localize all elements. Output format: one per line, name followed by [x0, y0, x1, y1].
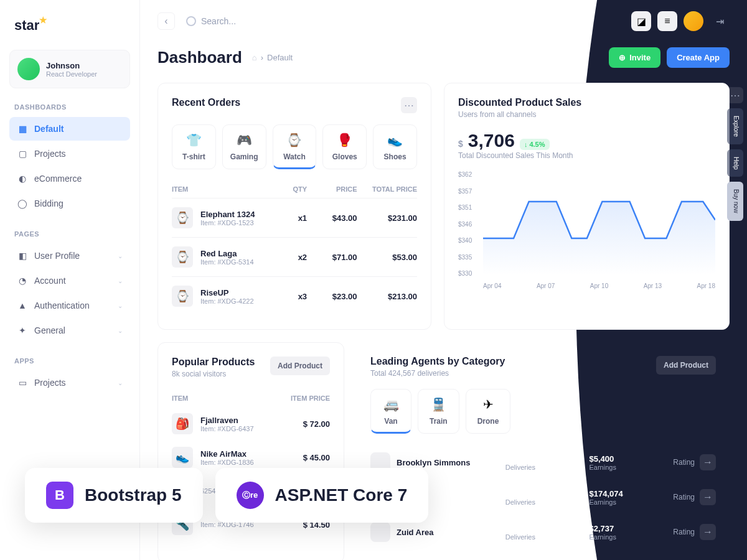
pie-icon: ◔ [17, 275, 28, 286]
watch-icon: ⌚ [286, 131, 303, 149]
aspnet-icon: Ⓒre [237, 482, 264, 509]
tab-van[interactable]: 🚐Van [370, 389, 411, 434]
aspnet-badge: Ⓒre ASP.NET Core 7 [215, 468, 429, 523]
invite-button[interactable]: ⊕Invite [609, 47, 660, 68]
gloves-icon: 🥊 [336, 131, 354, 149]
nav-user-profile[interactable]: ◧User Profile⌄ [9, 244, 130, 268]
arrow-button[interactable]: → [700, 524, 716, 540]
drone-icon: ✈ [479, 396, 497, 413]
table-row[interactable]: ⌚Elephant 1324Item: #XDG-1523 x1$43.00$2… [172, 198, 417, 237]
home-icon: ⌂ [252, 53, 257, 62]
plus-icon: ⊕ [619, 53, 626, 62]
bootstrap-badge: B Bootstrap 5 [25, 468, 203, 523]
chevron-down-icon: ⌄ [118, 302, 123, 309]
arrow-button[interactable]: → [700, 489, 716, 505]
product-thumb: 🎒 [172, 413, 193, 434]
breadcrumb: ⌂ › Default [252, 53, 293, 62]
bootstrap-label: Bootstrap 5 [85, 485, 182, 505]
col-item: ITEM [172, 394, 291, 402]
star-icon: ★ [39, 15, 47, 25]
arrow-button[interactable]: → [700, 454, 716, 470]
nav-general[interactable]: ✦General⌄ [9, 319, 130, 342]
card-title: Leading Agents by Category [370, 356, 505, 367]
sales-card: Discounted Product Sales Users from all … [444, 83, 730, 330]
tshirt-icon: 👕 [185, 131, 202, 149]
sales-value: 3,706 [468, 130, 515, 151]
add-product-button[interactable]: Add Product [656, 356, 716, 375]
add-product-button[interactable]: Add Product [270, 357, 330, 375]
table-row[interactable]: ⌚RiseUPItem: #XDG-4222 x3$23.00$213.00 [172, 276, 417, 315]
back-button[interactable]: ‹ [157, 12, 175, 30]
product-thumb: ⌚ [172, 286, 193, 307]
shoes-icon: 👟 [387, 131, 404, 149]
grid-icon: ▦ [17, 123, 28, 134]
table-row[interactable]: ⌚Red LagaItem: #XDG-5314 x2$71.00$53.00 [172, 237, 417, 276]
chevron-down-icon: ⌄ [118, 278, 123, 284]
user-role: React Developer [46, 70, 97, 78]
list-item[interactable]: 🎒 FjallravenItem: #XDG-6437 $ 72.00 [172, 407, 330, 441]
search-icon [186, 16, 196, 26]
chart-icon[interactable]: ◪ [631, 11, 651, 31]
card-title: Recent Orders [172, 97, 240, 108]
sales-chart: $362$357$351$346$340$335$330 Apr 04Apr 0… [458, 171, 715, 289]
aspnet-label: ASP.NET Core 7 [275, 485, 408, 505]
tab-shoes[interactable]: 👟Shoes [373, 124, 417, 169]
nav-account[interactable]: ◔Account⌄ [9, 269, 130, 292]
user-icon: ◧ [17, 250, 28, 261]
user-card[interactable]: Johnson React Developer [9, 50, 130, 88]
filter-icon[interactable]: ≡ [657, 11, 677, 31]
bootstrap-icon: B [46, 482, 73, 509]
nav-ecommerce[interactable]: ◐eCommerce [9, 167, 130, 190]
topbar: ‹ Search... ◪ ≡ ⇥ [140, 0, 747, 42]
logout-icon[interactable]: ⇥ [710, 11, 730, 31]
product-thumb: ⌚ [172, 207, 193, 228]
side-rail: ⋯ Explore Help Buy now [727, 87, 743, 221]
section-apps: APPS [14, 357, 125, 365]
product-thumb: 👟 [172, 447, 193, 468]
page-title: Dashboard [157, 48, 242, 67]
person-icon: ▲ [17, 300, 28, 311]
col-item: ITEM [172, 185, 272, 193]
change-badge: ↓ 4.5% [520, 139, 550, 150]
more-button[interactable]: ⋯ [401, 97, 417, 113]
tab-train[interactable]: 🚆Train [418, 389, 459, 434]
user-name: Johnson [46, 61, 97, 70]
search-input[interactable]: Search... [186, 16, 236, 26]
cart-icon: ◐ [17, 173, 28, 184]
nav-apps-projects[interactable]: ▭Projects⌄ [9, 371, 130, 394]
create-app-button[interactable]: Create App [667, 47, 730, 68]
buy-now-button[interactable]: Buy now [727, 182, 743, 220]
chevron-down-icon: ⌄ [118, 327, 123, 334]
col-qty: QTY [272, 185, 307, 193]
card-subtitle: Users from all channels [458, 110, 715, 119]
tab-watch[interactable]: ⌚Watch [273, 124, 317, 169]
chevron-down-icon: ⌄ [118, 380, 123, 386]
card-subtitle: Total 424,567 deliveries [370, 369, 505, 378]
agent-avatar [370, 522, 390, 542]
nav-bidding[interactable]: ◯Bidding [9, 192, 130, 215]
tab-gloves[interactable]: 🥊Gloves [322, 124, 367, 169]
laptop-icon: ▭ [17, 377, 28, 388]
gaming-icon: 🎮 [235, 131, 253, 149]
rocket-icon: ✦ [17, 325, 28, 336]
gavel-icon: ◯ [17, 198, 28, 209]
explore-button[interactable]: Explore [727, 108, 743, 144]
product-thumb: ⌚ [172, 246, 193, 268]
tab-gaming[interactable]: 🎮Gaming [222, 124, 266, 169]
chevron-down-icon: ⌄ [118, 253, 123, 259]
help-button[interactable]: Help [727, 149, 743, 177]
user-avatar[interactable] [684, 11, 703, 31]
card-subtitle: 8k social visitors [172, 370, 255, 378]
popular-products-card: Popular Products 8k social visitors Add … [157, 342, 344, 560]
section-pages: PAGES [14, 230, 125, 238]
tab-tshirt[interactable]: 👕T-shirt [172, 124, 216, 169]
van-icon: 🚐 [382, 396, 400, 413]
nav-authentication[interactable]: ▲Authentication⌄ [9, 294, 130, 317]
card-title: Popular Products [172, 357, 255, 368]
rail-more-button[interactable]: ⋯ [727, 87, 743, 103]
sales-subtext: Total Discounted Sales This Month [458, 151, 715, 160]
tab-drone[interactable]: ✈Drone [466, 389, 511, 434]
nav-default[interactable]: ▦Default [9, 117, 130, 141]
folder-icon: ▢ [17, 148, 28, 159]
nav-projects[interactable]: ▢Projects [9, 142, 130, 166]
